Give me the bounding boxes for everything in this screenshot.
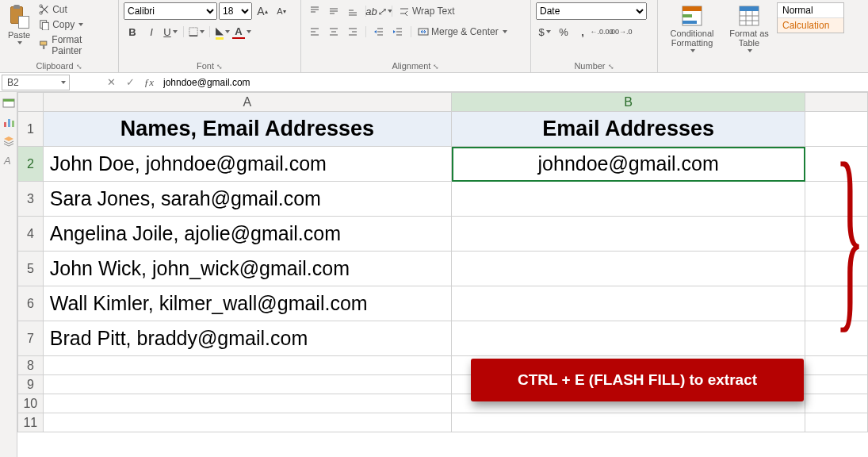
conditional-formatting-button[interactable]: Conditional Formatting [663, 2, 721, 52]
font-name-select[interactable]: Calibri [124, 2, 217, 20]
spreadsheet-grid[interactable]: A B 1 Names, Email Addresses Email Addre… [17, 92, 868, 457]
align-middle-button[interactable] [325, 2, 342, 20]
row-header-9[interactable]: 9 [18, 375, 44, 394]
format-as-table-button[interactable]: Format as Table [725, 2, 774, 52]
font-color-button[interactable]: A [233, 23, 250, 40]
cell-A5[interactable]: John Wick, john_wick@gmail.com [43, 252, 451, 286]
align-right-button[interactable] [344, 23, 361, 40]
fill-color-button[interactable]: ◣ [214, 23, 231, 40]
clipboard-icon [9, 5, 29, 29]
row-header-6[interactable]: 6 [18, 286, 44, 321]
font-size-select[interactable]: 18 [219, 2, 252, 20]
align-center-button[interactable] [325, 23, 342, 40]
align-top-icon [309, 6, 320, 17]
cell-A2[interactable]: John Doe, johndoe@gmail.com [43, 147, 451, 182]
row-header-7[interactable]: 7 [18, 321, 44, 356]
chevron-down-icon [17, 41, 22, 44]
text-icon[interactable]: A [2, 154, 15, 167]
svg-rect-36 [683, 21, 697, 24]
cell-A1[interactable]: Names, Email Addresses [43, 112, 451, 147]
increase-decimal-button[interactable]: ←.0.00 [593, 23, 610, 40]
cell-B3[interactable] [452, 182, 805, 217]
curly-brace-annotation: } [835, 132, 865, 338]
indent-icon [392, 26, 403, 37]
chevron-down-icon [78, 23, 83, 26]
scissors-icon [39, 4, 50, 15]
fx-icon[interactable]: ƒx [140, 76, 159, 89]
ribbon: Paste Cut Copy Format Painter Cli [0, 0, 868, 73]
row-header-11[interactable]: 11 [18, 413, 44, 432]
align-center-icon [328, 26, 339, 37]
col-header-A[interactable]: A [43, 93, 451, 112]
col-header-B[interactable]: B [452, 93, 805, 112]
formula-bar: B2 ✕ ✓ ƒx [0, 73, 868, 92]
chevron-down-icon [61, 81, 66, 84]
layers-icon[interactable] [2, 135, 15, 148]
style-normal[interactable]: Normal [778, 3, 843, 17]
cell-A4[interactable]: Angelina Joile, ajolie@gmail.com [43, 217, 451, 252]
wrap-text-button[interactable]: Wrap Text [396, 4, 484, 18]
cell-A3[interactable]: Sara Jones, sarah@gmail.com [43, 182, 451, 217]
underline-button[interactable]: U [162, 23, 179, 40]
currency-button[interactable]: $ [536, 23, 553, 40]
align-bottom-button[interactable] [344, 2, 361, 20]
ribbon-group-styles: Conditional Formatting Format as Table N… [658, 0, 868, 72]
vertical-toolbar: A [0, 92, 17, 457]
cell-B5[interactable] [452, 252, 805, 286]
grow-font-button[interactable]: A▴ [254, 2, 271, 20]
ribbon-group-clipboard: Paste Cut Copy Format Painter Cli [0, 0, 119, 72]
shrink-font-button[interactable]: A▾ [273, 2, 290, 20]
cell-styles-gallery[interactable]: Normal Calculation [777, 2, 844, 33]
style-calculation[interactable]: Calculation [778, 17, 843, 33]
row-header-10[interactable]: 10 [18, 394, 44, 413]
sheet-area: A A B 1 Names, Email Addresses Email Add… [0, 92, 868, 457]
name-box[interactable]: B2 [2, 75, 70, 90]
align-left-button[interactable] [306, 23, 323, 40]
increase-indent-button[interactable] [389, 23, 407, 40]
align-bottom-icon [347, 6, 358, 17]
comma-button[interactable]: , [574, 23, 591, 40]
row-header-2[interactable]: 2 [18, 147, 44, 182]
align-right-icon [347, 26, 358, 37]
cell-B7[interactable] [452, 321, 805, 356]
cell-A7[interactable]: Brad Pitt, braddy@gmail.com [43, 321, 451, 356]
cell-A6[interactable]: Wall Kimler, kilmer_wall@gmail.com [43, 286, 451, 321]
merge-center-button[interactable]: Merge & Center [415, 25, 518, 39]
row-header-8[interactable]: 8 [18, 356, 44, 375]
row-header-5[interactable]: 5 [18, 252, 44, 286]
svg-rect-46 [8, 119, 10, 127]
align-left-icon [309, 26, 320, 37]
bold-button[interactable]: B [124, 23, 141, 40]
cell-B6[interactable] [452, 286, 805, 321]
border-icon [189, 26, 198, 37]
accept-formula-button[interactable]: ✓ [120, 76, 140, 88]
row-header-1[interactable]: 1 [18, 112, 44, 147]
paste-button[interactable]: Paste [5, 2, 33, 44]
svg-rect-34 [683, 6, 702, 11]
percent-button[interactable]: % [555, 23, 572, 40]
cancel-formula-button[interactable]: ✕ [101, 76, 120, 88]
chart-icon[interactable] [2, 116, 15, 129]
cell-B1[interactable]: Email Addresses [452, 112, 805, 147]
sheet-tab-icon[interactable] [2, 97, 15, 109]
row-header-3[interactable]: 3 [18, 182, 44, 217]
formula-input[interactable] [159, 77, 868, 88]
cell-B4[interactable] [452, 217, 805, 252]
format-painter-button[interactable]: Format Painter [36, 33, 113, 58]
row-header-4[interactable]: 4 [18, 217, 44, 252]
col-header-tail[interactable] [805, 93, 868, 112]
cell-B2[interactable]: johndoe@gmail.com [452, 147, 805, 182]
wrap-icon [399, 6, 410, 17]
select-all-corner[interactable] [18, 93, 44, 112]
decrease-indent-button[interactable] [370, 23, 388, 40]
copy-button[interactable]: Copy [36, 17, 113, 32]
align-top-button[interactable] [306, 2, 323, 20]
orientation-button[interactable]: ab⤢ [370, 2, 388, 20]
border-button[interactable] [188, 23, 205, 40]
italic-button[interactable]: I [143, 23, 160, 40]
cut-button[interactable]: Cut [36, 2, 113, 17]
chevron-down-icon [173, 30, 178, 33]
align-middle-icon [328, 6, 339, 17]
number-format-select[interactable]: Date [536, 2, 647, 20]
decrease-decimal-button[interactable]: .00→.0 [612, 23, 629, 40]
